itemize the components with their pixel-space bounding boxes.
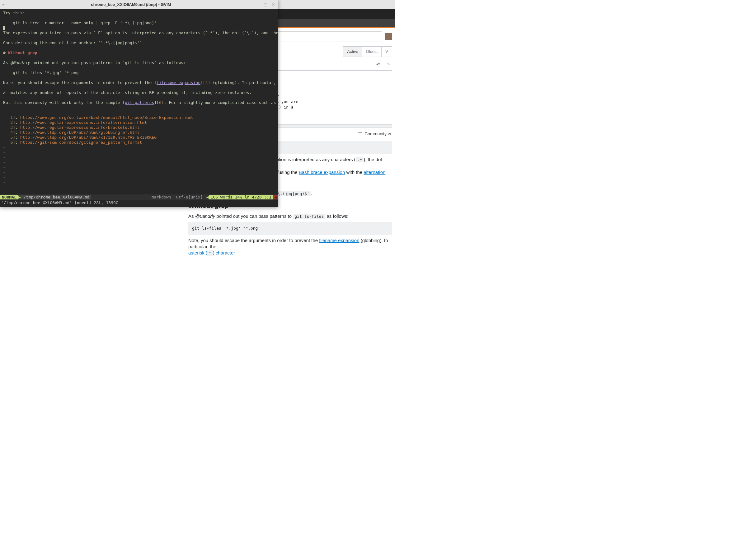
editor-line: The expression you tried to pass via `-E… [3, 30, 278, 35]
link-bash-brace-expansion[interactable]: Bash brace expansion [299, 169, 345, 175]
empty-line-tilde: ~ [3, 150, 6, 155]
link-asterisk-character[interactable]: asterisk (*) character [188, 250, 235, 256]
powerline-separator-icon: ◀ [205, 195, 209, 199]
minimize-icon[interactable]: — [255, 2, 259, 7]
community-wiki-checkbox[interactable] [358, 132, 362, 136]
link-filename-expansion[interactable]: filename expansion [319, 238, 359, 243]
redo-icon[interactable]: ↷ [387, 61, 391, 68]
gvim-editor[interactable]: Try this: git ls-tree -r master --name-o… [0, 9, 278, 194]
reference-url: https://git-scm.com/docs/gitignore#_patt… [20, 140, 142, 145]
close-icon[interactable]: ✕ [272, 2, 275, 7]
sort-tab-active[interactable]: Active [343, 46, 362, 57]
empty-line-tilde: ~ [3, 180, 6, 185]
editor-line: Consider using the end-of-line anchor: `… [3, 41, 145, 45]
markdown-link: filename expansion [157, 80, 201, 85]
editor-line: Try this: [3, 10, 25, 15]
editor-line: git ls-files '*.jpg' '*.png' [3, 70, 81, 75]
gvim-command-line[interactable]: "/tmp/chrome_bee_XXlO6AM9.md" [noeol] 28… [0, 200, 278, 207]
gvim-window: ≡ chrome_bee_XXIO6AM9.md (/tmp) - GVIM —… [0, 0, 278, 207]
empty-line-tilde: ~ [3, 160, 6, 165]
empty-line-tilde: ~ [3, 155, 6, 160]
inline-code: .* [356, 157, 364, 162]
reference-url: http://www.regular-expressions.info/alte… [20, 120, 147, 125]
maximize-icon[interactable]: ▢ [264, 2, 267, 7]
link-alternation[interactable]: alternation [364, 169, 385, 175]
gvim-titlebar[interactable]: ≡ chrome_bee_XXIO6AM9.md (/tmp) - GVIM —… [0, 0, 278, 9]
empty-line-tilde: ~ [3, 145, 6, 150]
sort-tab-votes[interactable]: V [382, 46, 392, 57]
inline-code: git ls-files [293, 214, 325, 219]
status-filetype: markdown [149, 195, 174, 199]
reference-url: http://www.regular-expressions.info/brac… [20, 125, 140, 130]
markdown-heading: Without grep [8, 50, 37, 55]
sort-tab-oldest[interactable]: Oldest [362, 46, 382, 57]
avatar[interactable] [385, 33, 392, 40]
status-end-segment: ◀ [273, 195, 278, 199]
markdown-link: git patterns [125, 100, 154, 105]
gvim-statusline: NORMAL ▶ /tmp/chrome_bee_XXlO6AM9.md mar… [0, 194, 278, 200]
status-file-path: /tmp/chrome_bee_XXlO6AM9.md [22, 195, 91, 199]
cursor [3, 26, 5, 30]
preview-codeblock-2: git ls-files '*.jpg' '*.png' [188, 222, 392, 235]
vim-mode-indicator: NORMAL [0, 195, 18, 199]
gvim-title: chrome_bee_XXIO6AM9.md (/tmp) - GVIM [7, 2, 255, 7]
status-encoding: utf-8[unix] [174, 195, 205, 199]
editor-line: > matches any number of repeats of the c… [3, 90, 252, 95]
empty-line-tilde: ~ [3, 165, 6, 169]
reference-url: http://www.tldp.org/LDP/abs/html/x17129.… [20, 135, 157, 140]
editor-line: git ls-tree -r master --name-only | grep… [3, 21, 157, 25]
mention: @0andriy [195, 213, 215, 219]
reference-url: https://www.gnu.org/software/bash/manual… [20, 115, 193, 120]
powerline-separator-icon: ▶ [18, 195, 22, 199]
community-wiki-label: Community w [364, 131, 391, 136]
empty-line-tilde: ~ [3, 175, 6, 180]
reference-url: http://www.tldp.org/LDP/abs/html/globbin… [20, 130, 140, 135]
undo-icon[interactable]: ↶ [376, 61, 380, 68]
empty-line-tilde: ~ [3, 170, 6, 175]
mention: @0andriy [10, 60, 30, 65]
status-stats: 165 words 14% ln 4/28 ::1 [209, 195, 274, 199]
hamburger-icon[interactable]: ≡ [0, 2, 7, 7]
